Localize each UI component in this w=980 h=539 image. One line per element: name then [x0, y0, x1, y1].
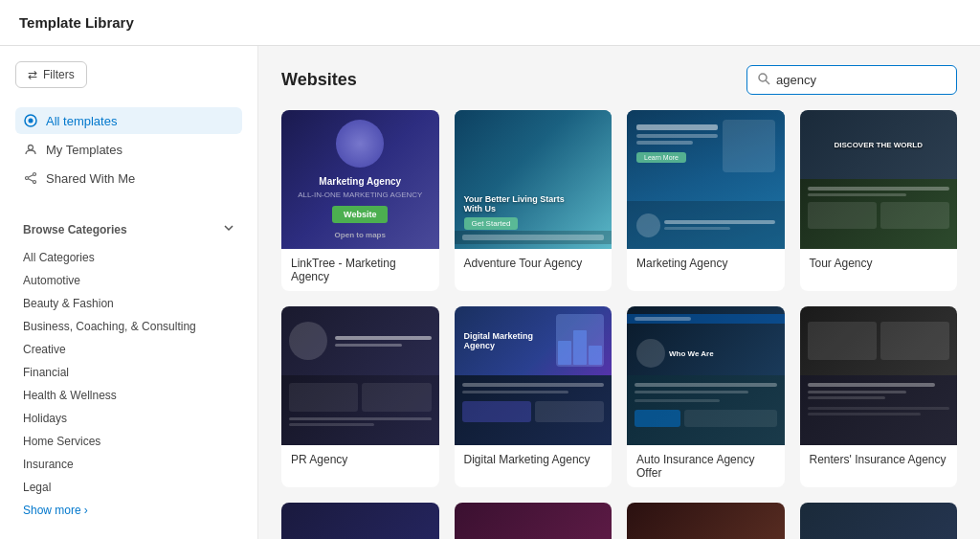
- my-templates-label: My Templates: [46, 143, 122, 157]
- template-thumb-12: [800, 503, 958, 539]
- app-header: Template Library: [0, 0, 980, 46]
- show-more-button[interactable]: Show more ›: [15, 499, 242, 522]
- template-name-3: Marketing Agency: [627, 249, 785, 278]
- content-area: Websites Marketing AgencyALL-IN-ONE MARK…: [258, 46, 980, 539]
- filters-label: Filters: [43, 68, 75, 81]
- sidebar: ⇄ Filters All templates: [0, 46, 258, 539]
- template-card-marketing[interactable]: Learn More Marketing Agency: [627, 110, 785, 291]
- template-thumb-5: [281, 306, 439, 445]
- template-card-linktree[interactable]: Marketing AgencyALL-IN-ONE MARKETING AGE…: [281, 110, 439, 291]
- sidebar-filters: ⇄ Filters: [0, 61, 257, 100]
- search-box[interactable]: [746, 65, 957, 95]
- shared-with-me-label: Shared With Me: [46, 171, 135, 186]
- template-thumb-8: [800, 306, 958, 445]
- svg-line-7: [29, 179, 33, 182]
- browse-categories-section: Browse Categories All Categories Automot…: [0, 209, 257, 529]
- sidebar-nav: All templates My Templates: [0, 100, 257, 209]
- page-title: Template Library: [19, 14, 134, 31]
- template-card-pr[interactable]: PR Agency: [281, 306, 439, 487]
- chevron-right-icon: ›: [84, 504, 88, 517]
- category-automotive[interactable]: Automotive: [15, 269, 242, 292]
- nav-item-all-templates[interactable]: All templates: [15, 107, 242, 134]
- template-thumb-4: DISCOVER THE WORLD: [800, 110, 958, 249]
- svg-point-5: [33, 181, 36, 184]
- user-icon: [23, 142, 38, 157]
- search-input[interactable]: [776, 73, 947, 87]
- category-all[interactable]: All Categories: [15, 246, 242, 269]
- category-list: All Categories Automotive Beauty & Fashi…: [15, 242, 242, 526]
- svg-line-9: [766, 80, 769, 84]
- template-card-renters[interactable]: Renters' Insurance Agency: [800, 306, 958, 487]
- template-name-1: LinkTree - Marketing Agency: [281, 249, 439, 291]
- svg-point-8: [759, 74, 767, 81]
- chevron-down-icon: [223, 222, 234, 236]
- category-health[interactable]: Health & Wellness: [15, 384, 242, 407]
- nav-item-my-templates[interactable]: My Templates: [15, 136, 242, 163]
- template-card-row3-1[interactable]: [281, 503, 439, 539]
- filter-icon: ⇄: [28, 68, 37, 81]
- svg-line-6: [29, 175, 33, 178]
- svg-point-1: [29, 119, 33, 124]
- search-icon: [757, 72, 770, 88]
- template-thumb-3: Learn More: [627, 110, 785, 249]
- browse-categories-label: Browse Categories: [23, 223, 127, 236]
- template-thumb-11: [627, 503, 785, 539]
- template-thumb-2: Your Better Living StartsWith Us Get Sta…: [455, 110, 612, 249]
- all-templates-label: All templates: [46, 114, 117, 128]
- template-name-7: Auto Insurance Agency Offer: [627, 445, 785, 487]
- category-beauty[interactable]: Beauty & Fashion: [15, 292, 242, 315]
- category-business[interactable]: Business, Coaching, & Consulting: [15, 315, 242, 338]
- category-holidays[interactable]: Holidays: [15, 407, 242, 430]
- nav-item-shared-with-me[interactable]: Shared With Me: [15, 165, 242, 191]
- template-name-2: Adventure Tour Agency: [455, 249, 612, 278]
- template-card-digital[interactable]: Digital MarketingAgency: [455, 306, 612, 487]
- svg-point-2: [29, 146, 33, 150]
- template-card-auto-ins[interactable]: Who We Are Auto Insurance Agency Offer: [627, 306, 785, 487]
- category-insurance[interactable]: Insurance: [15, 453, 242, 476]
- websites-title: Websites: [281, 70, 357, 90]
- grid-icon: [23, 113, 38, 128]
- template-name-6: Digital Marketing Agency: [455, 445, 612, 474]
- main-layout: ⇄ Filters All templates: [0, 46, 980, 539]
- template-card-row3-3[interactable]: [627, 503, 785, 539]
- templates-grid: Marketing AgencyALL-IN-ONE MARKETING AGE…: [281, 110, 957, 539]
- template-card-row3-4[interactable]: [800, 503, 958, 539]
- category-legal[interactable]: Legal: [15, 476, 242, 499]
- template-name-4: Tour Agency: [800, 249, 958, 278]
- types-section: Types: [0, 529, 257, 539]
- browse-categories-header[interactable]: Browse Categories: [15, 216, 242, 242]
- category-home[interactable]: Home Services: [15, 430, 242, 453]
- template-thumb-7: Who We Are: [627, 306, 785, 445]
- share-icon: [23, 170, 38, 186]
- template-thumb-6: Digital MarketingAgency: [455, 306, 612, 445]
- template-thumb-1: Marketing AgencyALL-IN-ONE MARKETING AGE…: [281, 110, 439, 249]
- template-card-tour[interactable]: DISCOVER THE WORLD Tour Agency: [800, 110, 958, 291]
- template-name-8: Renters' Insurance Agency: [800, 445, 958, 474]
- template-card-adventure[interactable]: Your Better Living StartsWith Us Get Sta…: [455, 110, 612, 291]
- template-thumb-9: [281, 503, 439, 539]
- category-financial[interactable]: Financial: [15, 361, 242, 384]
- template-thumb-10: [455, 503, 612, 539]
- filters-button[interactable]: ⇄ Filters: [15, 61, 87, 88]
- template-name-5: PR Agency: [281, 445, 439, 474]
- content-header: Websites: [281, 65, 957, 95]
- show-more-label: Show more: [23, 504, 81, 517]
- category-creative[interactable]: Creative: [15, 338, 242, 361]
- template-card-row3-2[interactable]: [455, 503, 612, 539]
- svg-point-3: [33, 173, 36, 176]
- svg-point-4: [26, 177, 29, 180]
